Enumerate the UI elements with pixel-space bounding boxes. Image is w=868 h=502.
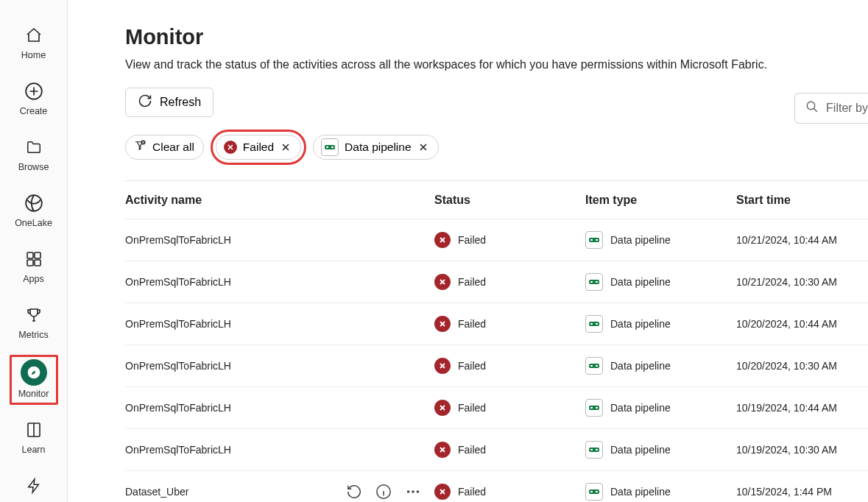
svg-point-31 <box>407 490 410 493</box>
col-header-activity-name[interactable]: Activity name <box>125 194 434 207</box>
nav-item-onelake[interactable]: OneLake <box>8 187 60 234</box>
failed-icon <box>434 442 451 458</box>
close-icon[interactable] <box>417 141 429 153</box>
activity-name-cell: OnPremSqlToFabricLH <box>125 402 434 414</box>
item-type-cell: Data pipeline <box>610 486 671 498</box>
start-time-cell: 10/21/2024, 10:30 AM <box>736 276 868 288</box>
table-row[interactable]: OnPremSqlToFabricLHFailedData pipeline10… <box>125 429 868 471</box>
svg-rect-25 <box>590 407 593 409</box>
apps-icon <box>19 247 49 271</box>
activity-name-cell: OnPremSqlToFabricLH <box>125 318 434 330</box>
nav-label: Create <box>20 106 48 116</box>
refresh-button[interactable]: Refresh <box>125 88 214 117</box>
status-cell: Failed <box>458 234 486 246</box>
main-content: Monitor View and track the status of the… <box>68 0 868 502</box>
trophy-icon <box>19 303 49 327</box>
home-icon <box>19 24 49 47</box>
svg-rect-16 <box>590 281 593 283</box>
failed-chip-label: Failed <box>243 141 274 154</box>
svg-rect-35 <box>590 491 593 492</box>
col-header-status[interactable]: Status <box>434 194 585 207</box>
failed-icon <box>224 141 237 154</box>
filter-input[interactable]: Filter by <box>794 93 868 124</box>
status-cell: Failed <box>458 402 486 414</box>
nav-label: Learn <box>22 445 46 455</box>
refresh-icon <box>138 93 152 111</box>
svg-rect-23 <box>596 365 598 367</box>
start-time-cell: 10/15/2024, 1:44 PM <box>736 486 868 498</box>
data-pipeline-icon <box>321 138 339 156</box>
failed-icon <box>434 358 451 374</box>
status-cell: Failed <box>458 444 486 456</box>
start-time-cell: 10/20/2024, 10:44 AM <box>736 318 868 330</box>
table-row[interactable]: OnPremSqlToFabricLHFailedData pipeline10… <box>125 219 868 261</box>
svg-rect-28 <box>590 449 593 450</box>
failed-icon <box>434 400 451 416</box>
nav-item-browse[interactable]: Browse <box>8 131 60 178</box>
svg-point-33 <box>417 490 420 493</box>
activity-name-cell: OnPremSqlToFabricLH <box>125 234 434 246</box>
info-icon[interactable] <box>375 484 392 500</box>
close-icon[interactable] <box>280 141 292 153</box>
toolbar: Refresh <box>125 88 868 117</box>
rerun-icon[interactable] <box>346 484 362 500</box>
filter-chips: Clear all Failed Data pipeline <box>125 135 868 160</box>
data-pipeline-filter-chip[interactable]: Data pipeline <box>313 135 438 160</box>
svg-rect-13 <box>590 239 593 241</box>
item-type-cell: Data pipeline <box>610 276 671 288</box>
page-subtitle: View and track the status of the activit… <box>125 58 868 71</box>
nav-item-create[interactable]: Create <box>8 75 60 122</box>
svg-rect-20 <box>596 323 598 325</box>
status-cell: Failed <box>458 276 486 288</box>
table-row[interactable]: OnPremSqlToFabricLHFailedData pipeline10… <box>125 345 868 387</box>
table-row[interactable]: OnPremSqlToFabricLHFailedData pipeline10… <box>125 387 868 429</box>
failed-filter-chip[interactable]: Failed <box>216 135 301 160</box>
failed-icon <box>434 274 451 290</box>
clear-all-chip[interactable]: Clear all <box>125 135 204 160</box>
data-pipeline-icon <box>585 231 603 249</box>
activity-name-cell: OnPremSqlToFabricLH <box>125 276 434 288</box>
svg-rect-11 <box>331 146 334 148</box>
nav-label: Home <box>21 50 46 60</box>
activities-table: Activity name Status Item type Start tim… <box>125 180 868 502</box>
onelake-icon <box>19 191 49 215</box>
data-pipeline-icon <box>585 315 603 333</box>
nav-item-realtime[interactable]: Real-Time <box>8 470 60 502</box>
row-actions <box>346 484 421 500</box>
status-cell: Failed <box>458 360 486 372</box>
status-cell: Failed <box>458 318 486 330</box>
nav-item-monitor[interactable]: Monitor <box>10 355 58 405</box>
nav-label: OneLake <box>15 218 52 228</box>
page-title: Monitor <box>125 25 868 49</box>
activity-name-cell: OnPremSqlToFabricLH <box>125 444 434 456</box>
svg-rect-29 <box>596 449 598 450</box>
nav-item-home[interactable]: Home <box>8 19 60 66</box>
table-row[interactable]: OnPremSqlToFabricLHFailedData pipeline10… <box>125 261 868 303</box>
lightning-icon <box>19 474 49 498</box>
table-header-row: Activity name Status Item type Start tim… <box>125 181 868 219</box>
nav-label: Browse <box>18 162 49 172</box>
start-time-cell: 10/20/2024, 10:30 AM <box>736 360 868 372</box>
failed-icon <box>434 484 451 500</box>
svg-rect-5 <box>35 260 40 266</box>
data-pipeline-chip-label: Data pipeline <box>345 141 411 154</box>
table-row[interactable]: OnPremSqlToFabricLHFailedData pipeline10… <box>125 303 868 345</box>
table-row[interactable]: Dataset_UberFailedData pipeline10/15/202… <box>125 471 868 502</box>
nav-label: Metrics <box>18 330 48 340</box>
nav-item-learn[interactable]: Learn <box>8 414 60 461</box>
svg-point-7 <box>807 102 815 110</box>
col-header-item-type[interactable]: Item type <box>585 194 736 207</box>
svg-rect-17 <box>596 281 598 283</box>
data-pipeline-icon <box>585 357 603 375</box>
nav-item-metrics[interactable]: Metrics <box>8 299 60 346</box>
col-header-start-time[interactable]: Start time <box>736 194 868 207</box>
svg-rect-22 <box>590 365 593 367</box>
item-type-cell: Data pipeline <box>610 360 671 372</box>
more-icon[interactable] <box>405 484 421 500</box>
data-pipeline-icon <box>585 273 603 291</box>
start-time-cell: 10/21/2024, 10:44 AM <box>736 234 868 246</box>
book-icon <box>19 418 49 442</box>
nav-item-apps[interactable]: Apps <box>8 243 60 290</box>
item-type-cell: Data pipeline <box>610 318 671 330</box>
svg-rect-14 <box>596 239 598 241</box>
